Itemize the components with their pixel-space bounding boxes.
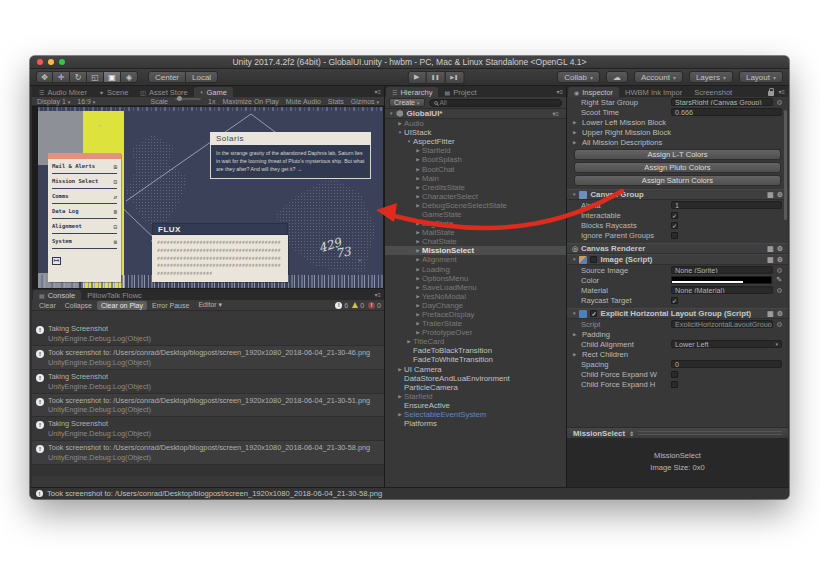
hierarchy-item[interactable]: ▶ TrailerState — [385, 319, 566, 328]
rect-tool-icon[interactable]: ▣ — [104, 71, 121, 83]
console-log-entry[interactable]: ! Taking ScreenshotUnityEngine.Debug:Log… — [32, 370, 384, 394]
foldout-arrow-icon[interactable]: ▶ — [414, 257, 422, 262]
foldout-arrow-icon[interactable]: ▶ — [414, 239, 422, 244]
hierarchy-item[interactable]: ▶ Starfield — [385, 146, 566, 155]
interactable-checkbox[interactable]: ✓ — [671, 212, 678, 219]
display-dropdown[interactable]: Display 1 ▾ — [37, 98, 70, 105]
play-button[interactable]: ▶ — [407, 71, 426, 84]
hierarchy-item[interactable]: ▶ LogState — [385, 219, 566, 228]
right-star-group-object-field[interactable]: StarsRight (Canvas Group) — [671, 98, 773, 106]
pivot-local-button[interactable]: Local — [186, 71, 218, 83]
console-error-pause-toggle[interactable]: Error Pause — [148, 301, 193, 310]
scale-tool-icon[interactable]: ◱ — [87, 71, 104, 83]
hierarchy-item[interactable]: DataStoreAndLuaEnvironment — [385, 374, 566, 383]
assign-colors-button[interactable]: Assign Pluto Colors — [574, 162, 781, 173]
inspector-scrollbar[interactable] — [784, 110, 787, 220]
foldout-arrow-icon[interactable]: ▶ — [414, 330, 422, 335]
account-dropdown[interactable]: Account▾ — [634, 71, 683, 83]
exit-icon[interactable]: ↦ — [52, 257, 61, 265]
scene-foldout-icon[interactable]: ▼ — [389, 111, 393, 116]
hierarchy-item[interactable]: ▼ AspectFitter — [385, 137, 566, 146]
foldout-arrow-icon[interactable]: ▶ — [414, 148, 422, 153]
foldout-arrow-icon[interactable]: ▶ — [414, 248, 422, 253]
script-object-field[interactable]: ExplicitHorizontalLayoutGroup — [671, 320, 773, 328]
tab-game[interactable]: ◖Game — [194, 87, 233, 97]
source-image-object-field[interactable]: None (Sprite) — [671, 266, 773, 274]
foldout-arrow-icon[interactable]: ▶ — [396, 367, 404, 372]
canvas-group-header[interactable]: ▼ Canvas Group ▦⚙ — [567, 189, 788, 200]
layout-dropdown[interactable]: Layout▾ — [739, 71, 783, 83]
console-clear-button[interactable]: Clear — [35, 301, 60, 310]
gear-icon[interactable]: ⚙ — [777, 310, 783, 318]
error-count-badge[interactable]: !0 — [368, 302, 381, 309]
hierarchy-item[interactable]: ▶ Audio — [385, 119, 566, 128]
scene-header[interactable]: ▼ GlobalUI* ▾≡ — [385, 109, 566, 119]
layout-group-header[interactable]: ▼ ✓ Explicit Horizontal Layout Group (Sc… — [567, 308, 788, 319]
inspector-foldout[interactable]: ▶ Lower Left Mission Block — [567, 117, 788, 127]
foldout-arrow-icon[interactable]: ▶ — [414, 230, 422, 235]
help-icon[interactable]: ▦ — [767, 191, 774, 199]
foldout-arrow-icon[interactable]: ▶ — [573, 140, 579, 145]
hierarchy-item[interactable]: FadeToBlackTransition — [385, 346, 566, 355]
component-foldout-icon[interactable]: ▼ — [572, 311, 576, 316]
warning-count-badge[interactable]: 0 — [352, 302, 364, 309]
hierarchy-item[interactable]: ▶ ChatState — [385, 237, 566, 246]
child-alignment-dropdown[interactable]: Lower Left▾ — [671, 340, 782, 348]
hierarchy-item[interactable]: ▶ MailState — [385, 228, 566, 237]
foldout-arrow-icon[interactable]: ▼ — [405, 139, 413, 144]
panel-menu-icon[interactable]: ▾≡ — [374, 88, 381, 95]
foldout-arrow-icon[interactable]: ▼ — [396, 130, 404, 135]
foldout-arrow-icon[interactable]: ▶ — [414, 185, 422, 190]
move-tool-icon[interactable]: ✛ — [53, 71, 70, 83]
foldout-arrow-icon[interactable]: ▶ — [396, 394, 404, 399]
stats-toggle[interactable]: Stats — [328, 98, 344, 105]
foldout-arrow-icon[interactable]: ▶ — [414, 285, 422, 290]
foldout-arrow-icon[interactable]: ▶ — [573, 332, 579, 337]
console-clear-on-play-toggle[interactable]: Clear on Play — [97, 301, 147, 310]
hierarchy-item[interactable]: Platforms — [385, 419, 566, 428]
preview-drag-grip[interactable] — [638, 431, 782, 436]
hierarchy-item[interactable]: ▶ PrefaceDisplay — [385, 310, 566, 319]
cloud-button[interactable]: ☁ — [606, 71, 628, 83]
spacing-input[interactable]: 0 — [671, 360, 782, 368]
rect-children-foldout[interactable]: ▶ Rect Children — [567, 349, 788, 359]
help-icon[interactable]: ▦ — [767, 256, 774, 264]
create-dropdown[interactable]: Create▾ — [389, 98, 425, 107]
foldout-arrow-icon[interactable]: ▶ — [573, 130, 579, 135]
aspect-dropdown[interactable]: 16:9 ▾ — [77, 98, 95, 105]
help-icon[interactable]: ▦ — [767, 310, 774, 318]
console-log-entry[interactable]: ! Took screenshot to: /Users/conrad/Desk… — [32, 441, 384, 465]
image-component-header[interactable]: ▼ Image (Script) ▦⚙ — [567, 254, 788, 265]
maximize-on-play-toggle[interactable]: Maximize On Play — [222, 98, 278, 105]
help-icon[interactable]: ▦ — [767, 245, 774, 253]
object-picker-icon[interactable] — [777, 268, 782, 273]
foldout-arrow-icon[interactable]: ▶ — [414, 203, 422, 208]
hierarchy-item[interactable]: ▶ PrototypeOver — [385, 328, 566, 337]
hierarchy-item[interactable]: ▶ TitleCard — [385, 337, 566, 346]
foldout-arrow-icon[interactable]: ▶ — [414, 312, 422, 317]
preview-header-bar[interactable]: MissionSelect ⇕ — [567, 427, 788, 438]
foldout-arrow-icon[interactable]: ▶ — [573, 352, 579, 357]
console-log-entry[interactable]: ! Taking ScreenshotUnityEngine.Debug:Log… — [32, 322, 384, 346]
step-button[interactable]: ▶❚ — [445, 71, 464, 84]
hierarchy-item[interactable]: ▼ UIStack — [385, 128, 566, 137]
hierarchy-item[interactable]: GameState — [385, 210, 566, 219]
lock-icon[interactable] — [768, 91, 774, 96]
foldout-arrow-icon[interactable]: ▶ — [414, 267, 422, 272]
object-picker-icon[interactable] — [777, 322, 782, 327]
hierarchy-item[interactable]: ▶ BootSplash — [385, 155, 566, 164]
hierarchy-item[interactable]: ▶ YesNoModal — [385, 292, 566, 301]
eyedropper-icon[interactable]: ✎ — [776, 276, 782, 284]
hierarchy-item[interactable]: ▶ SelectableEventSystem — [385, 410, 566, 419]
panel-menu-icon[interactable]: ▾≡ — [778, 88, 785, 95]
component-foldout-icon[interactable]: ▼ — [572, 257, 576, 262]
assign-colors-button[interactable]: Assign Saturn Colors — [574, 175, 781, 186]
hand-tool-icon[interactable]: ✥ — [36, 71, 53, 83]
game-menu-item[interactable]: Alignment ⊟ — [52, 219, 117, 234]
foldout-arrow-icon[interactable]: ▶ — [405, 339, 413, 344]
pivot-center-button[interactable]: Center — [148, 71, 186, 83]
game-menu-item[interactable]: Mail & Alerts ⊞ — [52, 159, 117, 174]
canvas-renderer-header[interactable]: ◎ Canvas Renderer ▦⚙ — [567, 243, 788, 254]
tab-audio-mixer[interactable]: ☰Audio Mixer — [33, 87, 93, 97]
hierarchy-item[interactable]: ParticleCamera — [385, 383, 566, 392]
